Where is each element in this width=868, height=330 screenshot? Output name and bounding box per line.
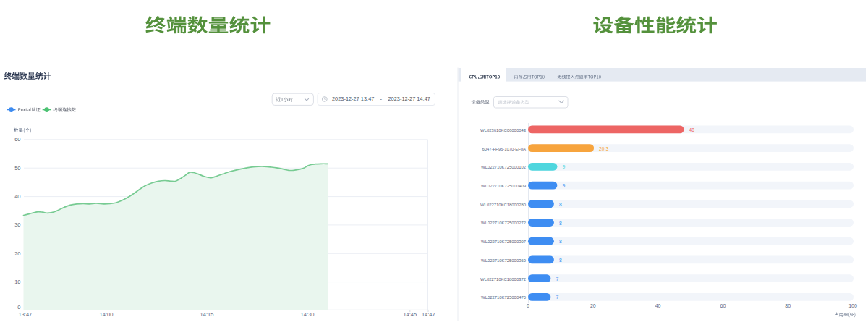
svg-text:WL022710K725000307: WL022710K725000307 [481,240,526,244]
svg-text:40: 40 [655,303,661,308]
svg-text:14:45: 14:45 [403,311,417,318]
svg-text:6047-FF96-1070-EF0A: 6047-FF96-1070-EF0A [482,147,526,151]
svg-text:WL022710K725000102: WL022710K725000102 [481,165,526,169]
svg-text:0: 0 [17,304,20,310]
svg-text:10: 10 [14,279,20,285]
svg-text:8: 8 [559,239,562,244]
svg-text:7: 7 [556,276,558,282]
svg-text:50: 50 [14,165,20,172]
svg-text:8: 8 [559,202,562,207]
svg-text:8: 8 [559,258,562,263]
svg-text:WL022710K725000369: WL022710K725000369 [481,258,526,263]
svg-text:40: 40 [14,193,20,200]
svg-text:13:47: 13:47 [19,311,33,318]
svg-text:60: 60 [14,136,20,143]
svg-text:48: 48 [689,127,695,132]
svg-text:14:30: 14:30 [301,311,315,318]
svg-text:14:47: 14:47 [422,311,435,318]
svg-text:WL022710K725000272: WL022710K725000272 [481,221,526,225]
svg-text:14:15: 14:15 [200,311,214,318]
svg-text:100: 100 [848,303,857,308]
svg-text:9: 9 [562,183,565,188]
svg-text:7: 7 [556,295,558,300]
svg-text:2023-12-27 13:47: 2023-12-27 13:47 [332,96,374,102]
svg-text:20.3: 20.3 [599,146,608,151]
svg-text:60: 60 [720,303,726,308]
svg-text:WL022710K725000470: WL022710K725000470 [481,295,527,300]
svg-text:9: 9 [562,164,565,169]
svg-text:0: 0 [527,303,529,308]
svg-text:2023-12-27 14:47: 2023-12-27 14:47 [388,96,430,102]
svg-text:WL023610KC06000043: WL023610KC06000043 [480,128,527,132]
svg-text:80: 80 [785,303,791,308]
svg-text:WL022710KC18000280: WL022710KC18000280 [480,203,527,207]
svg-text:8: 8 [559,221,562,226]
svg-text:WL022710KC18000372: WL022710KC18000372 [480,277,526,282]
svg-text:20: 20 [590,303,596,308]
svg-text:30: 30 [14,221,20,228]
svg-text:20: 20 [14,250,20,257]
svg-text:WL022710K725000409: WL022710K725000409 [481,184,526,188]
svg-text:14:00: 14:00 [100,311,114,318]
